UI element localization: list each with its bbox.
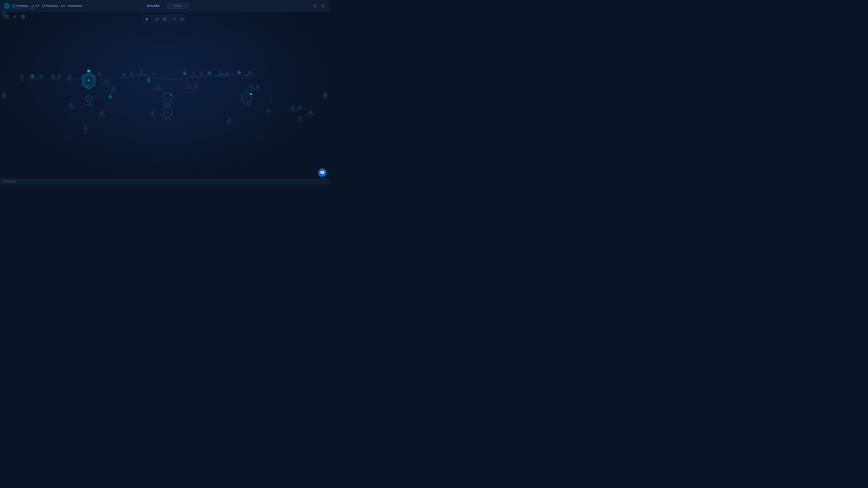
canvas-area[interactable]: ⊞ ✦ ✦ CLONE NODE ✦ HOSTNAM <box>0 12 329 179</box>
circle-shape-31 <box>291 105 294 109</box>
circle-node-4[interactable]: COMPONENTHOST <box>49 74 57 80</box>
circle-node-11[interactable]: TEMP OVERRIDEPLAN MODIF... <box>119 73 129 79</box>
circle-label-29: HOSTNAME <box>254 89 261 90</box>
svg-rect-33 <box>164 19 165 20</box>
circle-node-14[interactable]: PLAN MODULE <box>145 78 153 83</box>
circle-shape-24 <box>226 72 229 75</box>
circle-node-7[interactable] <box>98 72 101 75</box>
tab-builder[interactable]: BUILDER <box>140 3 167 8</box>
far-hex-node-1[interactable]: ✦ HOSTNAME <box>241 91 252 106</box>
circle-node-38[interactable]: HOSTNAMEPLAN ITEM <box>149 111 156 117</box>
circle-label-27: TEMP OVERRIDEPLAN MODIF... <box>245 74 254 77</box>
circle-label-11: TEMP OVERRIDEPLAN MODIF... <box>119 76 129 79</box>
nav-right-button[interactable]: ❯ <box>322 92 328 98</box>
circle-node-28[interactable]: BINDING HOSTS <box>246 85 255 90</box>
circle-node-1[interactable]: LOCALMODULE <box>20 74 24 80</box>
svg-point-103 <box>170 94 172 95</box>
svg-line-85 <box>169 78 185 79</box>
circle-node-13[interactable]: RECOMMENDATIONLOCAL HOSTS <box>136 70 147 76</box>
circle-node-27[interactable]: TEMP OVERRIDEPLAN MODIF... <box>245 71 254 77</box>
circle-node-26[interactable] <box>237 71 241 74</box>
circle-node-35[interactable]: COMPONENT HOSTLOCAL HOST... <box>66 103 76 109</box>
svg-rect-95 <box>87 88 89 88</box>
sub-hex-node-1[interactable]: ✦ CLONE NODE <box>85 94 94 105</box>
circle-shape-7 <box>98 72 101 75</box>
circle-label-13: RECOMMENDATIONLOCAL HOSTS <box>136 73 147 76</box>
circle-label-21: BINDING <box>194 88 199 89</box>
circle-shape-3 <box>39 74 43 78</box>
circle-shape-15 <box>153 72 156 75</box>
close-button[interactable] <box>320 3 326 8</box>
circle-shape-26 <box>237 71 241 74</box>
svg-rect-17 <box>7 15 8 16</box>
circle-node-19[interactable]: PLAN NODE <box>198 72 205 76</box>
history-button[interactable] <box>179 17 185 22</box>
circle-node-16[interactable]: RECOMMENDATIONPLAN X <box>153 84 163 90</box>
circle-node-21[interactable]: BINDING <box>194 84 199 89</box>
nav-left-button[interactable]: ❮ <box>1 92 7 98</box>
fit-view-button[interactable] <box>4 14 10 20</box>
circle-node-30[interactable] <box>267 109 270 112</box>
circle-node-6[interactable]: BINDINGHOSTS <box>67 74 72 80</box>
svg-marker-27 <box>146 18 148 20</box>
undo-button[interactable] <box>171 17 178 22</box>
circle-node-17[interactable] <box>183 72 186 75</box>
breadcrumb-page-label: Inventory - 2.0 - Hostnames <box>46 4 82 7</box>
circle-node-20[interactable]: BINDING HOSTS <box>184 84 193 89</box>
sub-hex-label-1: CLONE NODE <box>85 104 94 105</box>
save-button[interactable] <box>161 17 168 22</box>
svg-rect-24 <box>23 15 25 17</box>
circle-label-16: RECOMMENDATIONPLAN X <box>153 88 163 90</box>
svg-text:✦: ✦ <box>166 111 168 113</box>
save-icon <box>163 18 166 21</box>
circle-label-37: HOSTNAMEPLAN ITEM <box>98 115 105 117</box>
tab-runs[interactable]: RUNS <box>167 3 189 8</box>
status-bar: COMMAND <box>0 179 329 184</box>
circle-shape-14 <box>147 78 150 82</box>
circle-node-8[interactable]: TEMP OVERRIDEPLAN MODIF... <box>101 79 111 86</box>
circle-node-34[interactable]: BINDINGHOST <box>298 116 303 122</box>
circle-label-35: COMPONENT HOSTLOCAL HOST... <box>66 107 76 109</box>
mid-hex-label-1: HOSTNAME <box>164 104 171 106</box>
circle-label-12: PLAN NODE <box>128 76 135 77</box>
grid-view-button[interactable] <box>20 14 26 20</box>
circle-node-31[interactable]: TEMP OVERRIDEPLAN MODULE <box>288 105 298 111</box>
view-controls <box>4 14 26 20</box>
circle-node-3[interactable]: PLAN NODE <box>38 74 44 79</box>
circle-node-39[interactable]: PLANITEM HOST <box>226 119 232 125</box>
toolbar-divider-2 <box>169 17 169 21</box>
circle-node-10[interactable] <box>108 95 112 98</box>
circle-node-36[interactable]: LOCALNODE <box>84 127 87 133</box>
play-button[interactable] <box>144 17 151 22</box>
mid-hex-node-2[interactable]: ✦ HOSTNAME <box>162 106 173 120</box>
circle-node-24[interactable]: PLAN NODE <box>224 72 231 77</box>
circle-node-32[interactable]: LOCAL <box>298 105 302 110</box>
schedule-button[interactable] <box>153 17 160 22</box>
circle-shape-18 <box>192 72 195 75</box>
circle-node-22[interactable] <box>208 72 211 75</box>
mid-hex-node-1[interactable]: ✦ HOSTNAME <box>162 92 173 106</box>
breadcrumb-area: ⬡ Inventory › 2.0 › <box>4 3 82 9</box>
circle-shape-5 <box>58 74 61 78</box>
circle-node-9[interactable]: HOSTNAMEMODIFIERS <box>110 87 116 93</box>
svg-rect-16 <box>5 15 6 16</box>
circle-node-2[interactable]: COMPONENTHOST <box>29 74 36 80</box>
breadcrumb-page[interactable]: Inventory - 2.0 - Hostnames <box>42 4 82 7</box>
circle-shape-28 <box>249 85 252 88</box>
top-bar: ⬡ Inventory › 2.0 › <box>0 0 329 12</box>
zoom-fit-button[interactable] <box>12 14 18 20</box>
circle-shape-10 <box>108 95 112 98</box>
circle-shape-32 <box>298 105 301 109</box>
chat-button[interactable] <box>318 168 327 177</box>
circle-node-37[interactable]: HOSTNAMEPLAN ITEM <box>98 111 105 117</box>
svg-text:✦: ✦ <box>166 96 168 99</box>
help-button[interactable]: ? <box>312 3 318 8</box>
circle-node-33[interactable]: TEMP OVERRIDEPLAN MODULE <box>306 111 315 117</box>
main-hex-node[interactable]: ⊞ ✦ <box>81 72 97 90</box>
circle-node-5[interactable]: PLAN <box>58 74 61 79</box>
circle-node-29[interactable]: HOSTNAME <box>254 85 261 90</box>
circle-node-23[interactable]: TEMP OVERRIDEPLAN MODULE <box>216 72 225 78</box>
circle-node-12[interactable]: PLAN NODE <box>128 73 135 77</box>
circle-node-15[interactable] <box>153 72 156 75</box>
circle-node-18[interactable]: TEMP OVERRPLAN MODIF... <box>190 72 197 78</box>
